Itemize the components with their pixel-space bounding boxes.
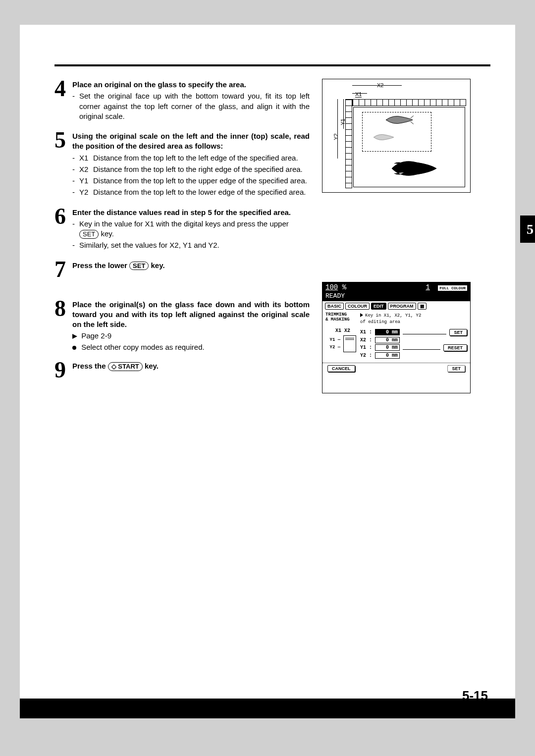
step-heading: Press the lower SET key. [72, 261, 310, 270]
section-label: TRIMMING & MASKING [325, 312, 360, 325]
lcd-footer: CANCEL SET [322, 363, 470, 375]
step-4: 4 Place an original on the glass to spec… [54, 79, 310, 121]
y2-input[interactable]: 0 mm [375, 352, 400, 359]
set-key-icon: SET [129, 262, 149, 270]
dash: - [72, 219, 79, 239]
bottom-bar [20, 699, 515, 718]
tab-basic[interactable]: BASIC [325, 303, 344, 310]
dash: - [72, 91, 79, 121]
step-number: 7 [54, 260, 72, 279]
set-key-icon: SET [79, 230, 99, 239]
coord-code: X1 [79, 153, 93, 163]
tab-edit[interactable]: EDIT [371, 303, 386, 310]
x2-input[interactable]: 0 mm [375, 337, 400, 343]
coord-row-x2: - X2 Distance from the top left to the r… [72, 164, 310, 174]
page-reference: Page 2-9 [72, 331, 310, 340]
tab-colour[interactable]: COLOUR [345, 303, 370, 310]
fish-icon [382, 114, 417, 126]
step-heading: Using the original scale on the left and… [72, 131, 310, 152]
chapter-tab: 5 [520, 216, 535, 243]
fish-icon [387, 159, 441, 178]
step-number: 4 [54, 79, 72, 121]
coord-row-y2: - Y2 Distance from the top left to the l… [72, 187, 310, 197]
lcd-prompt: Key in X1, X2, Y1, Y2 of editing area [360, 312, 421, 325]
lcd-tabs: BASIC COLOUR EDIT PROGRAM ▦ [322, 301, 470, 311]
top-rule [54, 64, 490, 66]
triangle-icon [360, 313, 363, 317]
step-subitem: - Set the original face up with the bott… [72, 91, 310, 121]
step-heading: Enter the distance values read in step 5… [72, 208, 310, 217]
coord-row-x1: - X1 Distance from the top left to the l… [72, 153, 310, 163]
glass-diagram: X2 X1 Y1 Y2 [322, 79, 471, 193]
step-heading: Press the ◇ START key. [72, 361, 310, 371]
step-number: 9 [54, 360, 72, 379]
thumbnail-icon [343, 335, 356, 352]
step-6: 6 Enter the distance values read in step… [54, 207, 310, 251]
y1-label: Y1 [329, 337, 335, 342]
fish-icon [370, 133, 397, 142]
coord-text: Distance from the top left to the lower … [93, 187, 306, 197]
x-axis-header: X1 X2 [325, 328, 360, 333]
step-subitem: - Similarly, set the values for X2, Y1 a… [72, 240, 310, 250]
set-upper-button[interactable]: SET [449, 329, 467, 336]
arrow-right-icon [72, 334, 77, 339]
copy-count: 1 [426, 283, 429, 291]
tab-extra-icon[interactable]: ▦ [418, 303, 427, 310]
step-number: 5 [54, 130, 72, 198]
top-ruler [352, 99, 466, 106]
left-column: 4 Place an original on the glass to spec… [54, 79, 322, 393]
coord-text: Distance from the top left to the right … [93, 164, 303, 174]
lcd-status-bar: 100 % 1 FULL COLOUR [322, 282, 470, 292]
lcd-body: TRIMMING & MASKING Key in X1, X2, Y1, Y2… [322, 311, 470, 361]
tab-program[interactable]: PROGRAM [388, 303, 416, 310]
colour-mode: FULL COLOUR [438, 285, 467, 291]
subitem-text: Set the original face up with the bottom… [79, 91, 310, 121]
x1-label: X1 [355, 91, 362, 98]
coord-row-y1: - Y1 Distance from the top left to the u… [72, 176, 310, 186]
coord-code: Y1 [79, 176, 93, 186]
lcd-screen: 100 % 1 FULL COLOUR READY BASIC COLOUR E… [322, 282, 471, 393]
manual-page: 4 Place an original on the glass to spec… [20, 25, 515, 718]
y1-input[interactable]: 0 mm [375, 344, 400, 351]
y1-label: Y1 [340, 118, 346, 125]
content-columns: 4 Place an original on the glass to spec… [54, 79, 490, 393]
start-key-icon: ◇ START [108, 362, 143, 371]
coord-text: Distance from the top left to the left e… [93, 153, 298, 163]
step-7: 7 Press the lower SET key. [54, 260, 310, 279]
reset-button[interactable]: RESET [443, 344, 467, 351]
step-heading: Place the original(s) on the glass face … [72, 300, 310, 330]
bullet-icon [72, 346, 76, 350]
x1-input[interactable]: 0 mm [375, 329, 400, 335]
dash: - [72, 240, 79, 250]
right-column: X2 X1 Y1 Y2 100 [322, 79, 481, 393]
step-heading: Place an original on the glass to specif… [72, 80, 310, 90]
coord-code: Y2 [79, 187, 93, 197]
step-9: 9 Press the ◇ START key. [54, 360, 310, 379]
dash: - [72, 176, 79, 186]
bullet-item: Select other copy modes as required. [72, 343, 310, 351]
set-lower-button[interactable]: SET [447, 365, 465, 372]
dash: - [72, 164, 79, 174]
dash: - [72, 153, 79, 163]
step-5: 5 Using the original scale on the left a… [54, 130, 310, 198]
zoom-value: 100 [325, 283, 338, 291]
step-number: 6 [54, 207, 72, 251]
lcd-ready: READY [322, 292, 470, 301]
step-8: 8 Place the original(s) on the glass fac… [54, 299, 310, 352]
step-subitem: - Key in the value for X1 with the digit… [72, 219, 310, 239]
cancel-button[interactable]: CANCEL [327, 365, 355, 372]
subitem-text: Similarly, set the values for X2, Y1 and… [79, 240, 219, 250]
dash: - [72, 187, 79, 197]
coord-text: Distance from the top left to the upper … [93, 176, 307, 186]
coord-code: X2 [79, 164, 93, 174]
y2-label: Y2 [329, 345, 335, 350]
step-number: 8 [54, 299, 72, 352]
left-ruler [345, 99, 352, 188]
subitem-text: Key in the value for X1 with the digital… [79, 219, 310, 239]
